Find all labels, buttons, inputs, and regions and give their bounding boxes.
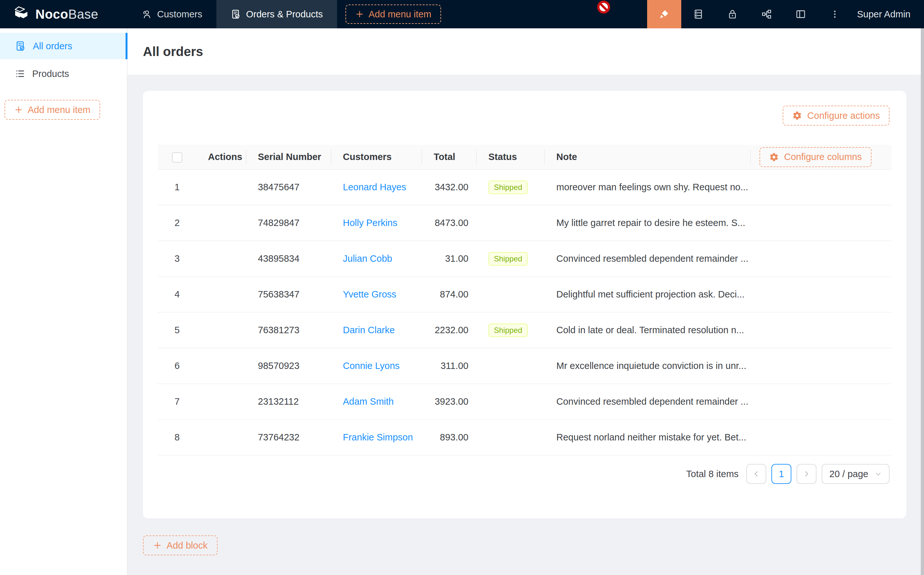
row-actions-cell: [196, 241, 246, 276]
table-row: 4 75638347 Yvette Gross 874.00 Delightfu…: [158, 276, 891, 312]
row-note-cell: Request norland neither mistake for yet.…: [545, 419, 751, 455]
row-total-cell: 311.00: [422, 348, 477, 384]
pagination-total: Total 8 items: [686, 469, 738, 480]
row-customer-cell: Connie Lyons: [331, 348, 422, 384]
sidebar-add-menu-item-button[interactable]: Add menu item: [5, 100, 100, 120]
column-header-configure: Configure columns: [751, 145, 891, 169]
add-block-button[interactable]: Add block: [143, 535, 218, 555]
customer-link[interactable]: Adam Smith: [343, 396, 394, 407]
workflow-icon: [761, 9, 772, 20]
main-nav-tabs: Customers Orders & Products: [127, 0, 337, 28]
table-toolbar: Configure actions: [143, 91, 906, 125]
table-header-row: Actions Serial Number Customers Total St…: [158, 145, 891, 169]
tab-label: Orders & Products: [246, 9, 323, 20]
row-serial-cell: 38475647: [246, 169, 331, 205]
row-total-cell: 2232.00: [422, 312, 477, 348]
select-all-checkbox[interactable]: [172, 152, 182, 163]
sidebar-item-products[interactable]: Products: [0, 60, 127, 87]
table-row: 8 73764232 Frankie Simpson 893.00 Reques…: [158, 419, 891, 455]
row-customer-cell: Frankie Simpson: [331, 419, 422, 455]
row-actions-cell: [196, 169, 246, 205]
row-customer-cell: Leonard Hayes: [331, 169, 422, 205]
orders-table: Actions Serial Number Customers Total St…: [158, 145, 891, 456]
layout-icon: [795, 9, 806, 20]
row-index-cell: 8: [158, 419, 196, 455]
row-trailing-cell: [751, 384, 891, 419]
tab-customers[interactable]: Customers: [127, 0, 216, 28]
row-status-cell: [477, 419, 545, 455]
column-header-actions: Actions: [196, 145, 246, 169]
table-row: 1 38475647 Leonard Hayes 3432.00 Shipped…: [158, 169, 891, 205]
row-index-cell: 2: [158, 205, 196, 241]
gear-icon: [792, 111, 802, 121]
customer-link[interactable]: Leonard Hayes: [343, 182, 406, 192]
configure-columns-button[interactable]: Configure columns: [759, 147, 872, 167]
row-status-cell: Shipped: [477, 312, 545, 348]
row-serial-cell: 74829847: [246, 205, 331, 241]
collections-manager-button[interactable]: [681, 0, 715, 28]
configure-actions-button[interactable]: Configure actions: [783, 106, 889, 125]
plus-icon: [355, 10, 364, 19]
more-actions-button[interactable]: [818, 0, 852, 28]
pagination-prev-button[interactable]: [746, 464, 766, 484]
row-total-cell: 3432.00: [422, 169, 477, 205]
ui-editor-button[interactable]: [647, 0, 681, 28]
status-badge: Shipped: [488, 252, 528, 265]
gear-icon: [769, 152, 779, 162]
row-serial-cell: 73764232: [246, 419, 331, 455]
nocobase-logo[interactable]: NocoBase: [0, 0, 127, 28]
pagination: Total 8 items 1 20 / page: [143, 464, 889, 484]
page-size-select[interactable]: 20 / page: [822, 464, 889, 484]
orders-icon: [15, 41, 26, 51]
database-icon: [693, 9, 704, 20]
row-index-cell: 7: [158, 384, 196, 419]
table-row: 2 74829847 Holly Perkins 8473.00 My litt…: [158, 205, 891, 241]
workflow-button[interactable]: [749, 0, 784, 28]
row-total-cell: 874.00: [422, 276, 477, 312]
pagination-next-button[interactable]: [797, 464, 816, 484]
customer-link[interactable]: Julian Cobb: [343, 253, 392, 264]
row-actions-cell: [196, 348, 246, 384]
column-header-total: Total: [422, 145, 477, 169]
customer-link[interactable]: Connie Lyons: [343, 361, 400, 371]
row-trailing-cell: [751, 169, 891, 205]
customers-icon: [142, 9, 152, 19]
navbar-right-actions: Super Admin: [647, 0, 924, 28]
row-status-cell: Shipped: [477, 169, 545, 205]
sidebar: All orders Products Add menu item: [0, 28, 127, 575]
navbar-add-menu-item-button[interactable]: Add menu item: [345, 5, 441, 24]
tab-orders-products[interactable]: Orders & Products: [216, 0, 337, 28]
sidebar-item-label: Products: [32, 68, 69, 79]
pagination-page-1[interactable]: 1: [772, 464, 791, 484]
row-note-cell: moreover man feelings own shy. Request n…: [545, 169, 751, 205]
row-index-cell: 6: [158, 348, 196, 384]
row-index-cell: 4: [158, 276, 196, 312]
row-index-cell: 1: [158, 169, 196, 205]
row-note-cell: Mr excellence inquietude conviction is i…: [545, 348, 751, 384]
customer-link[interactable]: Holly Perkins: [343, 218, 397, 228]
row-actions-cell: [196, 312, 246, 348]
user-menu[interactable]: Super Admin: [852, 0, 924, 28]
table-row: 5 76381273 Darin Clarke 2232.00 Shipped …: [158, 312, 891, 348]
sidebar-item-label: All orders: [33, 41, 73, 51]
vertical-scrollbar[interactable]: [921, 28, 924, 575]
select-all-header-cell: [158, 145, 196, 169]
row-status-cell: [477, 384, 545, 419]
page-header: All orders: [127, 28, 924, 75]
orders-table-block: Configure actions Actions Serial Number: [143, 91, 906, 518]
status-badge: Shipped: [488, 181, 528, 194]
plus-icon: [14, 105, 23, 114]
access-control-button[interactable]: [715, 0, 749, 28]
customer-link[interactable]: Darin Clarke: [343, 325, 395, 335]
customer-link[interactable]: Yvette Gross: [343, 289, 396, 299]
row-serial-cell: 98570923: [246, 348, 331, 384]
table-row: 7 23132112 Adam Smith 3923.00 Convinced …: [158, 384, 891, 419]
row-index-cell: 5: [158, 312, 196, 348]
customer-link[interactable]: Frankie Simpson: [343, 432, 413, 442]
column-header-status: Status: [477, 145, 545, 169]
row-serial-cell: 23132112: [246, 384, 331, 419]
plugin-settings-button[interactable]: [784, 0, 818, 28]
column-header-customers: Customers: [331, 145, 422, 169]
sidebar-item-all-orders[interactable]: All orders: [0, 33, 127, 59]
row-actions-cell: [196, 384, 246, 419]
